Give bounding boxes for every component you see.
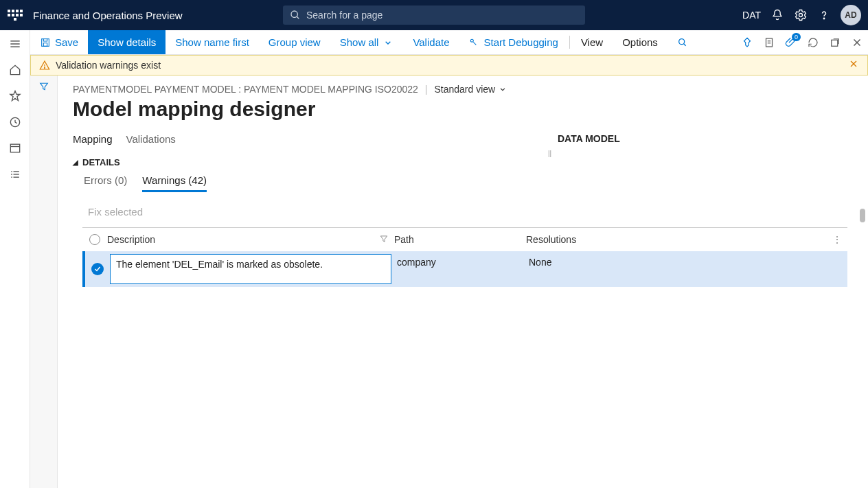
app-title: Finance and Operations Preview: [33, 10, 183, 21]
app-launcher-icon[interactable]: [7, 7, 23, 23]
chevron-down-icon: [382, 37, 393, 48]
col-header-path[interactable]: Path: [394, 234, 414, 245]
vertical-scrollbar[interactable]: [860, 209, 865, 222]
show-all-button[interactable]: Show all: [330, 30, 404, 54]
find-button[interactable]: [667, 30, 698, 54]
row-resolutions-cell: None: [529, 251, 847, 287]
pane-splitter[interactable]: ||: [548, 150, 551, 157]
tab-mapping[interactable]: Mapping: [73, 133, 113, 148]
recent-icon[interactable]: [8, 115, 22, 129]
refresh-icon[interactable]: [802, 30, 824, 55]
warning-message: Validation warnings exist: [56, 60, 161, 71]
user-avatar[interactable]: AD: [841, 5, 861, 25]
breadcrumb-path: PAYMENTMODEL PAYMENT MODEL : PAYMENT MOD…: [73, 84, 418, 95]
warning-triangle-icon: [39, 60, 50, 71]
search-input[interactable]: [306, 10, 578, 21]
svg-point-28: [44, 67, 45, 68]
svg-point-2: [799, 14, 803, 17]
hamburger-icon[interactable]: [8, 37, 22, 51]
document-icon[interactable]: [758, 30, 780, 55]
workspaces-icon[interactable]: [8, 141, 22, 155]
show-details-button[interactable]: Show details: [88, 30, 165, 54]
debug-icon: [468, 37, 479, 48]
validation-warning-bar: Validation warnings exist: [30, 55, 868, 75]
grid-row[interactable]: The element 'DEL_Email' is marked as obs…: [82, 251, 847, 287]
select-all-checkbox[interactable]: [89, 234, 100, 245]
group-view-button[interactable]: Group view: [259, 30, 330, 54]
save-button[interactable]: Save: [30, 30, 88, 54]
attachments-icon[interactable]: 0: [780, 30, 802, 55]
row-path-cell: company: [397, 251, 529, 287]
filter-pane-strip: [30, 75, 58, 488]
search-icon: [677, 37, 688, 48]
options-menu[interactable]: Options: [613, 30, 667, 54]
svg-point-3: [823, 18, 824, 19]
favorites-icon[interactable]: [8, 89, 22, 103]
page-tabs: Mapping Validations DATA MODEL ||: [73, 133, 853, 148]
svg-point-0: [291, 11, 297, 17]
svg-point-18: [471, 39, 474, 42]
subtab-warnings[interactable]: Warnings (42): [142, 174, 207, 192]
save-label: Save: [55, 36, 78, 48]
validate-button[interactable]: Validate: [403, 30, 459, 54]
warning-close-icon[interactable]: [848, 58, 859, 72]
page-title: Model mapping designer: [73, 97, 853, 121]
svg-rect-17: [43, 43, 47, 46]
attachment-count-badge: 0: [792, 33, 801, 41]
pin-icon[interactable]: [736, 30, 758, 55]
filter-funnel-icon[interactable]: [38, 81, 49, 95]
top-nav-bar: Finance and Operations Preview DAT AD: [0, 0, 868, 30]
search-icon: [290, 10, 301, 21]
left-nav-rail: [0, 30, 30, 488]
warnings-grid: Description Path Resolutions ⋮ The eleme…: [82, 227, 847, 287]
command-bar: Save Show details Show name first Group …: [30, 30, 868, 55]
svg-line-20: [684, 43, 686, 45]
modules-icon[interactable]: [8, 167, 22, 181]
details-subtabs: Errors (0) Warnings (42): [84, 174, 853, 192]
popout-icon[interactable]: [824, 30, 846, 55]
details-section-header[interactable]: ◢ DETAILS: [73, 157, 853, 167]
data-model-heading: DATA MODEL: [558, 133, 620, 144]
start-debugging-button[interactable]: Start Debugging: [459, 30, 567, 54]
help-icon[interactable]: [817, 8, 831, 22]
svg-line-1: [297, 16, 299, 19]
more-columns-icon[interactable]: ⋮: [832, 234, 842, 245]
svg-rect-24: [832, 40, 838, 46]
legal-entity[interactable]: DAT: [742, 10, 761, 21]
row-selected-checkmark-icon[interactable]: [91, 263, 104, 275]
home-icon[interactable]: [8, 63, 22, 77]
grid-header-row: Description Path Resolutions ⋮: [82, 228, 847, 251]
svg-point-19: [679, 38, 685, 44]
separator: [569, 36, 570, 49]
global-search[interactable]: [283, 5, 585, 25]
notifications-icon[interactable]: [770, 8, 784, 22]
settings-icon[interactable]: [794, 8, 808, 22]
show-name-first-button[interactable]: Show name first: [165, 30, 259, 54]
fix-selected-button[interactable]: Fix selected: [88, 206, 853, 218]
svg-rect-21: [766, 38, 773, 47]
svg-rect-8: [10, 144, 19, 152]
col-header-resolutions[interactable]: Resolutions: [526, 234, 576, 245]
svg-rect-16: [42, 38, 49, 46]
col-header-description[interactable]: Description: [107, 234, 155, 245]
filter-icon[interactable]: [379, 234, 389, 246]
close-icon[interactable]: [846, 30, 868, 55]
main-content: PAYMENTMODEL PAYMENT MODEL : PAYMENT MOD…: [58, 75, 868, 488]
chevron-down-icon: [498, 84, 507, 94]
view-menu[interactable]: View: [571, 30, 613, 54]
tab-validations[interactable]: Validations: [126, 133, 176, 148]
subtab-errors[interactable]: Errors (0): [84, 174, 127, 192]
breadcrumb: PAYMENTMODEL PAYMENT MODEL : PAYMENT MOD…: [73, 84, 853, 95]
row-description-cell[interactable]: The element 'DEL_Email' is marked as obs…: [110, 254, 391, 284]
collapse-triangle-icon: ◢: [73, 159, 78, 166]
view-selector[interactable]: Standard view: [434, 84, 507, 95]
